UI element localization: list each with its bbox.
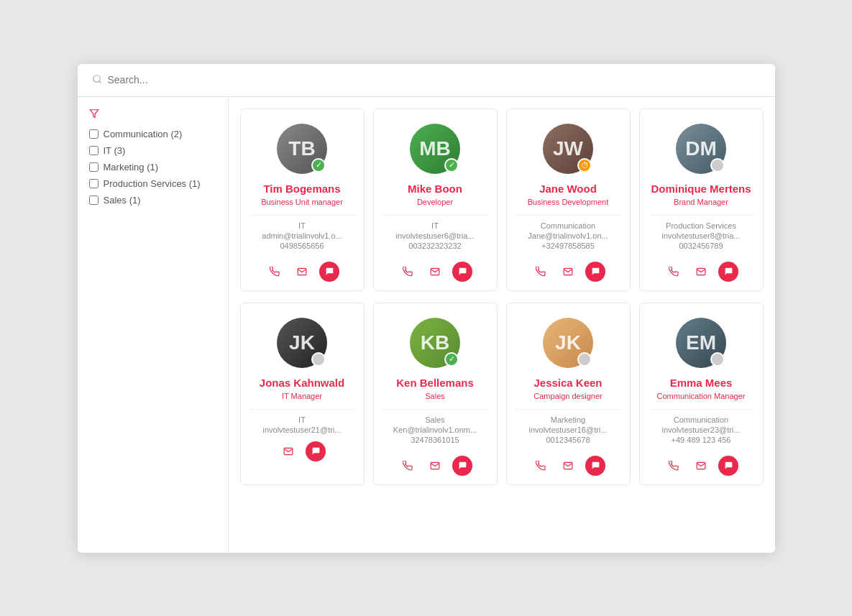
chat-button[interactable] xyxy=(718,262,738,282)
email-button[interactable] xyxy=(292,262,312,282)
card-title: Sales xyxy=(425,392,445,400)
card-title: Business Unit manager xyxy=(261,198,343,206)
card-phone: 32478361015 xyxy=(411,436,459,444)
status-badge: ✓ xyxy=(311,158,326,173)
chat-button[interactable] xyxy=(306,441,326,461)
avatar: JK xyxy=(277,318,327,368)
avatar: EM xyxy=(676,318,726,368)
avatar: TB ✓ xyxy=(277,124,327,174)
card-title: Business Development xyxy=(528,198,609,206)
filter-comm-checkbox[interactable] xyxy=(89,129,99,139)
person-card: JK Jonas Kahnwald IT Manager IT involvte… xyxy=(240,303,365,485)
chat-button[interactable] xyxy=(585,262,605,282)
search-input[interactable] xyxy=(108,74,761,86)
email-button[interactable] xyxy=(691,456,711,476)
person-card: JW ⏱ Jane Wood Business Development Comm… xyxy=(506,109,631,291)
filter-sales-checkbox[interactable] xyxy=(89,196,99,205)
svg-marker-2 xyxy=(90,109,99,117)
filter-sales[interactable]: Sales (1) xyxy=(89,195,216,206)
card-title: Developer xyxy=(417,198,453,206)
sidebar: Communication (2) IT (3) Marketing (1) P… xyxy=(78,97,229,553)
card-phone: 0012345678 xyxy=(546,436,590,444)
phone-button[interactable] xyxy=(531,456,551,476)
phone-button[interactable] xyxy=(664,262,684,282)
card-actions xyxy=(398,456,472,476)
card-name: Dominique Mertens xyxy=(651,183,751,195)
card-actions xyxy=(265,262,339,282)
chat-button[interactable] xyxy=(452,456,472,476)
avatar: MB ✓ xyxy=(410,124,460,174)
card-dept: IT xyxy=(431,221,439,230)
svg-line-1 xyxy=(99,81,101,83)
card-email: involvtestuser23@tri... xyxy=(662,426,741,434)
card-actions xyxy=(531,262,605,282)
card-phone: 003232323232 xyxy=(408,242,461,250)
cards-row-1: TB ✓ Tim Bogemans Business Unit manager … xyxy=(240,109,764,291)
filter-mkt-checkbox[interactable] xyxy=(89,162,99,172)
phone-button[interactable] xyxy=(664,456,684,476)
card-divider xyxy=(516,409,621,410)
filter-prod-checkbox[interactable] xyxy=(89,179,99,188)
apply-all-button[interactable] xyxy=(89,109,216,119)
card-divider xyxy=(649,409,754,410)
card-actions xyxy=(398,262,472,282)
email-button[interactable] xyxy=(425,456,445,476)
filter-communication[interactable]: Communication (2) xyxy=(89,129,216,139)
email-button[interactable] xyxy=(425,262,445,282)
card-actions xyxy=(531,456,605,476)
card-name: Ken Bellemans xyxy=(396,377,474,389)
phone-button[interactable] xyxy=(531,262,551,282)
card-name: Jonas Kahnwald xyxy=(260,377,344,389)
status-badge: ✓ xyxy=(444,158,459,173)
person-card: MB ✓ Mike Boon Developer IT involvtestus… xyxy=(373,109,498,291)
svg-point-0 xyxy=(93,75,99,81)
person-card: JK Jessica Keen Campaign designer Market… xyxy=(506,303,631,485)
filter-it-label: IT (3) xyxy=(104,145,126,156)
card-divider xyxy=(249,409,355,410)
chat-button[interactable] xyxy=(718,456,738,476)
card-email: involvtestuser21@tri... xyxy=(263,426,342,434)
card-title: Brand Manager xyxy=(674,198,728,206)
search-icon xyxy=(92,74,102,86)
card-phone: 0032456789 xyxy=(679,242,723,250)
chat-button[interactable] xyxy=(452,262,472,282)
card-actions xyxy=(664,456,738,476)
email-button[interactable] xyxy=(278,441,298,461)
card-divider xyxy=(383,409,488,410)
search-bar xyxy=(78,64,775,97)
card-dept: IT xyxy=(298,415,306,424)
filter-it[interactable]: IT (3) xyxy=(89,145,216,156)
filter-prod-label: Production Services (1) xyxy=(104,178,201,189)
card-actions xyxy=(664,262,738,282)
card-email: involvtestuser16@tri... xyxy=(529,426,608,434)
phone-button[interactable] xyxy=(398,262,418,282)
card-email: Ken@trialinvolv1.onm... xyxy=(393,426,477,434)
phone-button[interactable] xyxy=(398,456,418,476)
card-phone: +32497858585 xyxy=(541,242,595,250)
cards-row-2: JK Jonas Kahnwald IT Manager IT involvte… xyxy=(240,303,764,485)
app-container: Communication (2) IT (3) Marketing (1) P… xyxy=(78,64,775,553)
email-button[interactable] xyxy=(558,262,578,282)
card-name: Mike Boon xyxy=(408,183,462,195)
filter-mkt-label: Marketing (1) xyxy=(104,162,159,173)
filter-production[interactable]: Production Services (1) xyxy=(89,178,216,189)
card-phone: +49 489 123 456 xyxy=(672,436,731,444)
chat-button[interactable] xyxy=(319,262,339,282)
card-name: Jane Wood xyxy=(539,183,597,195)
chat-button[interactable] xyxy=(585,456,605,476)
card-title: Campaign designer xyxy=(533,392,602,400)
phone-button[interactable] xyxy=(265,262,285,282)
filter-it-checkbox[interactable] xyxy=(89,146,99,155)
card-name: Emma Mees xyxy=(670,377,733,389)
person-card: DM Dominique Mertens Brand Manager Produ… xyxy=(639,109,764,291)
filter-marketing[interactable]: Marketing (1) xyxy=(89,162,216,173)
card-dept: Communication xyxy=(674,415,728,424)
person-card: EM Emma Mees Communication Manager Commu… xyxy=(639,303,764,485)
avatar: DM xyxy=(676,124,726,174)
status-badge xyxy=(710,352,725,367)
avatar: JW ⏱ xyxy=(543,124,593,174)
card-divider xyxy=(516,215,621,216)
email-button[interactable] xyxy=(558,456,578,476)
email-button[interactable] xyxy=(691,262,711,282)
card-divider xyxy=(249,215,355,216)
